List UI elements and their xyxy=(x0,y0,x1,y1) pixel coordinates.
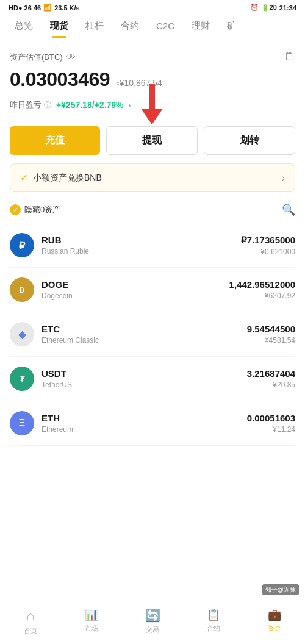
eye-icon[interactable]: 👁 xyxy=(66,52,76,62)
doge-balance: 1,442.96512000 ¥6207.92 xyxy=(229,279,295,300)
doge-symbol: DOGE xyxy=(41,279,229,290)
status-right: ⏰ 🔋20 21:34 xyxy=(250,4,296,12)
pnl-row: 昨日盈亏 ⓘ +¥257.18/+2.79% › xyxy=(10,99,295,110)
usdt-amount: 3.21687404 xyxy=(247,368,295,379)
usdt-icon: ₮ xyxy=(10,367,34,391)
usdt-name: TetherUS xyxy=(41,381,247,389)
bnb-banner-text: 小额资产兑换BNB xyxy=(33,173,102,184)
etc-name: Ethereum Classic xyxy=(41,336,247,345)
rub-amount: ₽7.17365000 xyxy=(241,235,295,246)
bottom-nav-trade[interactable]: 🔄 交易 xyxy=(122,608,183,635)
asset-title-row: 资产估值(BTC) 👁 🗒 xyxy=(10,51,295,63)
deposit-button[interactable]: 充值 xyxy=(10,126,100,155)
hide-zero-row[interactable]: ✓ 隐藏0资产 xyxy=(10,204,60,215)
market-label: 市场 xyxy=(85,624,98,633)
bottom-nav-contract[interactable]: 📋 合约 xyxy=(183,608,244,635)
asset-list-header: ✓ 隐藏0资产 🔍 xyxy=(0,201,305,223)
status-network: HD● 26 46 xyxy=(9,4,41,12)
search-icon[interactable]: 🔍 xyxy=(282,203,295,216)
tab-earn[interactable]: 理财 xyxy=(183,14,218,38)
bnb-arrow-icon: › xyxy=(282,173,285,184)
usdt-cny: ¥20.85 xyxy=(247,381,295,389)
status-alarm: ⏰ xyxy=(250,4,259,12)
eth-icon: Ξ xyxy=(10,411,34,435)
asset-title-text: 资产估值(BTC) xyxy=(10,52,63,63)
eth-balance: 0.00051603 ¥11.24 xyxy=(247,413,295,434)
tab-futures[interactable]: 合约 xyxy=(112,14,148,38)
bnb-check-icon: ✓ xyxy=(20,172,28,184)
bottom-nav-funds[interactable]: 💼 资金 xyxy=(244,608,305,635)
rub-info: RUB Russian Ruble xyxy=(41,235,241,256)
bnb-banner-left: ✓ 小额资产兑换BNB xyxy=(20,172,102,184)
etc-icon: ◆ xyxy=(10,322,34,346)
cny-approx: ≈¥10,867.54 xyxy=(115,78,162,88)
status-bar: HD● 26 46 📶 23.5 K/s ⏰ 🔋20 21:34 xyxy=(0,0,305,14)
doge-icon: Ð xyxy=(10,277,34,302)
asset-section: 资产估值(BTC) 👁 🗒 0.03003469 ≈¥10,867.54 昨日盈… xyxy=(0,38,305,120)
hide-zero-check-icon: ✓ xyxy=(10,204,21,215)
bottom-nav-market[interactable]: 📊 市场 xyxy=(61,608,122,635)
btc-value: 0.03003469 xyxy=(10,68,110,91)
home-icon: ⌂ xyxy=(26,608,34,624)
coin-item-doge[interactable]: Ð DOGE Dogecoin 1,442.96512000 ¥6207.92 xyxy=(10,268,295,312)
tab-spot[interactable]: 现货 xyxy=(41,14,77,38)
doge-cny: ¥6207.92 xyxy=(229,292,295,300)
btc-row: 0.03003469 ≈¥10,867.54 xyxy=(10,68,295,93)
status-left: HD● 26 46 📶 23.5 K/s xyxy=(9,4,80,12)
usdt-info: USDT TetherUS xyxy=(41,368,247,389)
etc-cny: ¥4581.54 xyxy=(247,336,295,345)
action-buttons: 充值 提现 划转 xyxy=(0,120,305,163)
asset-title-left: 资产估值(BTC) 👁 xyxy=(10,52,76,63)
rub-cny: ¥0.621000 xyxy=(241,248,295,256)
bottom-nav: ⌂ 首页 📊 市场 🔄 交易 📋 合约 💼 资金 xyxy=(0,603,305,644)
pnl-chevron: › xyxy=(129,101,131,110)
usdt-balance: 3.21687404 ¥20.85 xyxy=(247,368,295,389)
transfer-button[interactable]: 划转 xyxy=(204,126,295,155)
tab-mining[interactable]: 矿 xyxy=(218,14,245,38)
tab-overview[interactable]: 总览 xyxy=(6,14,41,38)
trade-label: 交易 xyxy=(146,625,159,634)
rub-name: Russian Ruble xyxy=(41,247,241,256)
eth-amount: 0.00051603 xyxy=(247,413,295,423)
withdraw-button[interactable]: 提现 xyxy=(106,126,198,155)
eth-info: ETH Ethereum xyxy=(41,413,247,434)
contract-label: 合约 xyxy=(207,624,220,633)
contract-icon: 📋 xyxy=(207,608,220,621)
coin-list: ₽ RUB Russian Ruble ₽7.17365000 ¥0.62100… xyxy=(0,223,305,446)
market-icon: 📊 xyxy=(85,608,98,621)
coin-item-rub[interactable]: ₽ RUB Russian Ruble ₽7.17365000 ¥0.62100… xyxy=(10,223,295,268)
tab-c2c[interactable]: C2C xyxy=(148,15,183,37)
tab-margin[interactable]: 杠杆 xyxy=(77,14,112,38)
rub-balance: ₽7.17365000 ¥0.621000 xyxy=(241,235,295,256)
coin-item-eth[interactable]: Ξ ETH Ethereum 0.00051603 ¥11.24 xyxy=(10,401,295,446)
eth-cny: ¥11.24 xyxy=(247,425,295,434)
doge-name: Dogecoin xyxy=(41,292,229,300)
status-battery: 🔋20 xyxy=(261,4,277,12)
doge-amount: 1,442.96512000 xyxy=(229,279,295,290)
watermark: 知乎@近抹 xyxy=(262,584,299,595)
usdt-symbol: USDT xyxy=(41,368,247,379)
receipt-icon[interactable]: 🗒 xyxy=(284,51,295,63)
coin-item-etc[interactable]: ◆ ETC Ethereum Classic 9.54544500 ¥4581.… xyxy=(10,312,295,357)
coin-item-usdt[interactable]: ₮ USDT TetherUS 3.21687404 ¥20.85 xyxy=(10,357,295,401)
status-speed: 23.5 K/s xyxy=(54,4,80,12)
hide-zero-label: 隐藏0资产 xyxy=(24,204,60,215)
rub-icon: ₽ xyxy=(10,233,34,257)
etc-symbol: ETC xyxy=(41,324,247,334)
trade-icon: 🔄 xyxy=(145,608,160,623)
nav-tabs: 总览 现货 杠杆 合约 C2C 理财 矿 xyxy=(0,14,305,38)
pnl-label: 昨日盈亏 ⓘ xyxy=(10,99,51,110)
status-time: 21:34 xyxy=(279,4,296,12)
etc-info: ETC Ethereum Classic xyxy=(41,324,247,345)
info-icon: ⓘ xyxy=(44,100,51,110)
etc-amount: 9.54544500 xyxy=(247,324,295,334)
pnl-value: +¥257.18/+2.79% xyxy=(56,100,124,110)
home-label: 首页 xyxy=(24,626,37,635)
bnb-banner[interactable]: ✓ 小额资产兑换BNB › xyxy=(10,163,295,192)
rub-symbol: RUB xyxy=(41,235,241,245)
funds-label: 资金 xyxy=(268,624,281,633)
eth-name: Ethereum xyxy=(41,425,247,434)
doge-info: DOGE Dogecoin xyxy=(41,279,229,300)
bottom-nav-home[interactable]: ⌂ 首页 xyxy=(0,608,61,635)
etc-balance: 9.54544500 ¥4581.54 xyxy=(247,324,295,345)
